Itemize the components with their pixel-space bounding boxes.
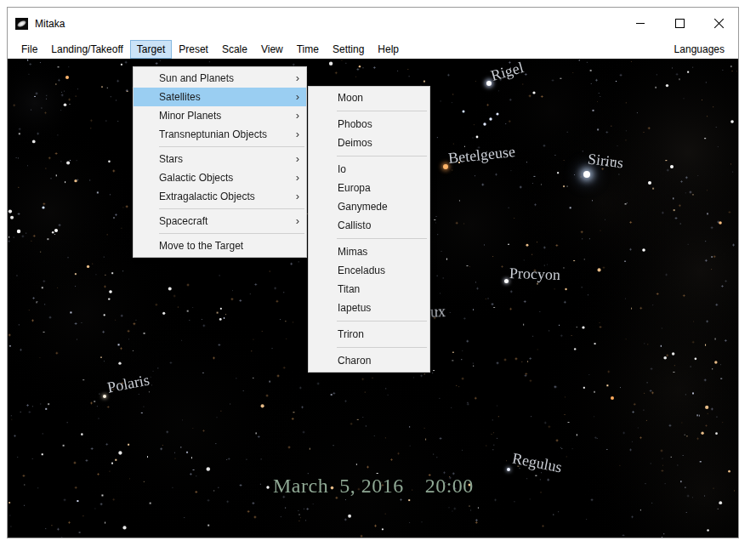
galaxy-icon: [15, 18, 28, 30]
star-procyon: [504, 279, 509, 283]
chevron-right-icon: ›: [296, 150, 299, 168]
menu-separator: [337, 111, 427, 111]
menu-help[interactable]: Help: [371, 40, 406, 59]
chevron-right-icon: ›: [296, 212, 299, 230]
menu-separator: [159, 208, 304, 209]
menu-item-deimos[interactable]: Deimos: [309, 134, 429, 152]
menu-item-io[interactable]: Io: [309, 160, 429, 179]
chevron-right-icon: ›: [296, 168, 299, 187]
menu-scale[interactable]: Scale: [215, 40, 254, 59]
star-polaris: [103, 395, 106, 398]
menu-separator: [337, 238, 427, 239]
menu-item-moon[interactable]: Moon: [309, 88, 429, 107]
menu-item-triron[interactable]: Triron: [309, 325, 429, 344]
chevron-right-icon: ›: [296, 187, 299, 206]
menu-item-sun-and-planets[interactable]: Sun and Planets›: [134, 69, 306, 88]
mitaka-window: Mitaka File Landing/Takeoff Target Prese…: [7, 7, 739, 538]
star-sirius: [583, 171, 590, 178]
window-controls: [621, 8, 738, 39]
menu-item-transneptunian-objects[interactable]: Transneptunian Objects›: [134, 125, 306, 144]
menu-languages[interactable]: Languages: [668, 40, 731, 59]
menu-item-extragalactic-objects[interactable]: Extragalactic Objects›: [134, 187, 306, 206]
menu-separator: [337, 347, 427, 348]
menu-item-callisto[interactable]: Callisto: [309, 216, 429, 235]
datetime-display: March 5, 201620:00: [273, 475, 474, 498]
chevron-right-icon: ›: [296, 125, 299, 144]
minimize-icon: [636, 23, 645, 24]
star-betelgeuse: [443, 164, 448, 169]
menu-item-enceladus[interactable]: Enceladus: [309, 261, 429, 280]
menu-item-titan[interactable]: Titan: [309, 280, 429, 299]
chevron-right-icon: ›: [296, 69, 299, 88]
menu-target[interactable]: Target: [130, 40, 172, 59]
maximize-icon: [675, 19, 685, 28]
menu-separator: [337, 321, 427, 322]
menu-separator: [159, 146, 304, 147]
menu-setting[interactable]: Setting: [326, 40, 371, 59]
menu-item-europa[interactable]: Europa: [309, 179, 429, 197]
window-title: Mitaka: [35, 18, 65, 30]
menu-item-spacecraft[interactable]: Spacecraft›: [134, 212, 306, 230]
menu-item-move-to-the-target[interactable]: Move to the Target: [134, 236, 306, 255]
menu-item-satellites[interactable]: Satellites›: [134, 88, 306, 106]
star-rigel: [486, 81, 492, 86]
menu-landing-takeoff[interactable]: Landing/Takeoff: [44, 40, 130, 59]
titlebar[interactable]: Mitaka: [8, 8, 738, 39]
star-regulus: [507, 468, 510, 471]
menu-item-mimas[interactable]: Mimas: [309, 242, 429, 261]
menu-item-stars[interactable]: Stars›: [134, 150, 306, 168]
menu-item-ganymede[interactable]: Ganymede: [309, 197, 429, 216]
menu-time[interactable]: Time: [290, 40, 326, 59]
chevron-right-icon: ›: [296, 106, 299, 125]
menu-file[interactable]: File: [14, 40, 44, 59]
menu-preset[interactable]: Preset: [172, 40, 215, 59]
menubar: File Landing/Takeoff Target Preset Scale…: [8, 39, 738, 59]
satellites-submenu: Moon Phobos Deimos Io Europa Ganymede Ca…: [308, 86, 430, 373]
menu-item-phobos[interactable]: Phobos: [309, 115, 429, 134]
time-text: 20:00: [425, 475, 474, 497]
close-icon: [713, 18, 725, 29]
minimize-button[interactable]: [621, 8, 660, 39]
menu-separator: [337, 156, 427, 156]
menu-item-charon[interactable]: Charon: [309, 351, 429, 370]
target-dropdown-menu: Sun and Planets› Satellites› Minor Plane…: [133, 66, 307, 258]
menu-item-galactic-objects[interactable]: Galactic Objects›: [134, 168, 306, 187]
screenshot-root: Mitaka File Landing/Takeoff Target Prese…: [0, 0, 756, 552]
date-text: March 5, 2016: [273, 475, 404, 497]
menu-item-minor-planets[interactable]: Minor Planets›: [134, 106, 306, 125]
star-label-procyon: Procyon: [509, 265, 561, 284]
close-button[interactable]: [699, 8, 738, 39]
menu-separator: [159, 233, 304, 234]
menu-view[interactable]: View: [254, 40, 290, 59]
chevron-right-icon: ›: [296, 88, 299, 106]
menu-item-iapetus[interactable]: Iapetus: [309, 299, 429, 317]
maximize-button[interactable]: [660, 8, 699, 39]
